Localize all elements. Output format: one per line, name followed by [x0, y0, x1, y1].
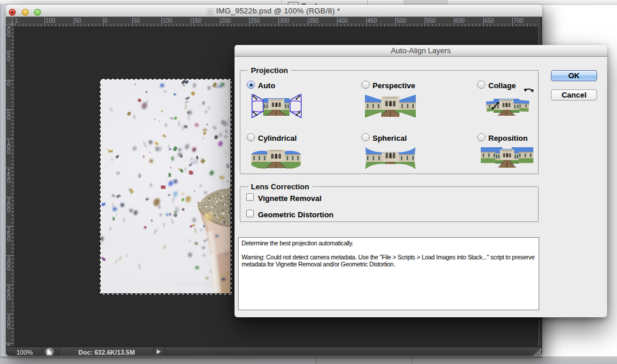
svg-text:300: 300 — [280, 18, 289, 24]
svg-text:400: 400 — [338, 18, 348, 24]
svg-text:50: 50 — [133, 18, 140, 24]
svg-text:200: 200 — [221, 18, 231, 24]
svg-text:0: 0 — [7, 148, 11, 155]
svg-text:500: 500 — [397, 18, 406, 24]
svg-text:550: 550 — [426, 18, 436, 24]
svg-text:650: 650 — [484, 18, 494, 24]
svg-text:600: 600 — [455, 18, 465, 24]
svg-text:0: 0 — [7, 324, 11, 330]
svg-text:1.: 1. — [15, 18, 19, 24]
svg-text:0: 0 — [7, 56, 11, 63]
svg-text:0: 0 — [7, 265, 11, 272]
svg-text:700: 700 — [513, 18, 523, 24]
svg-text:50: 50 — [75, 18, 82, 24]
svg-text:0: 0 — [7, 236, 11, 242]
svg-text:150: 150 — [192, 18, 202, 24]
svg-text:350: 350 — [309, 18, 319, 24]
svg-text:0: 0 — [7, 207, 11, 213]
svg-text:250: 250 — [250, 18, 260, 24]
svg-text:0: 0 — [7, 115, 11, 121]
svg-text:100: 100 — [163, 18, 173, 24]
svg-text:0: 0 — [7, 81, 11, 87]
svg-text:0: 0 — [104, 18, 108, 24]
svg-text:0: 0 — [7, 294, 11, 301]
svg-text:0: 0 — [7, 178, 11, 184]
svg-text:450: 450 — [367, 18, 377, 24]
svg-text:0: 0 — [7, 32, 11, 38]
svg-text:100: 100 — [46, 18, 56, 24]
